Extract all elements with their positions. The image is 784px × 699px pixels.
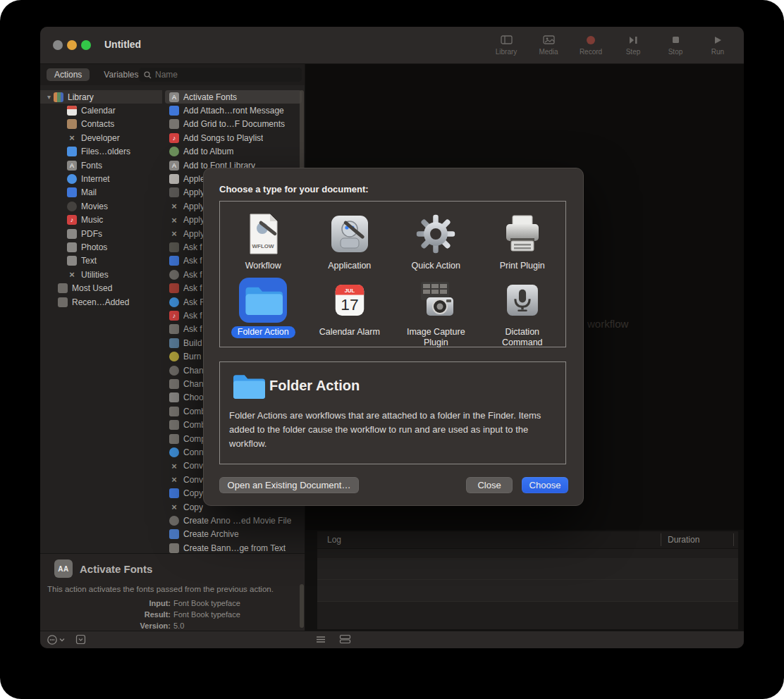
- conv-icon: ×: [169, 461, 179, 471]
- action-item-label: Create Archive: [183, 529, 239, 539]
- titlebar[interactable]: Untitled LibraryMediaRecordStepStopRun: [40, 27, 744, 64]
- sidebar-item-label: Music: [81, 215, 103, 225]
- sidebar-item-movies[interactable]: Movies: [67, 199, 108, 213]
- action-item-label: Create Bann…ge from Text: [183, 543, 286, 553]
- action-item-label: Apply: [183, 187, 204, 197]
- build-icon: [169, 338, 179, 348]
- folderaction-icon: [239, 278, 287, 323]
- toolbar-button-library[interactable]: Library: [490, 31, 522, 56]
- action-list-item[interactable]: Add Grid to…F Documents: [169, 118, 303, 131]
- sidebar-item-contacts[interactable]: Contacts: [67, 118, 114, 131]
- toolbar-button-stop[interactable]: Stop: [659, 31, 692, 56]
- add-attach-ront-message-icon: [169, 106, 179, 116]
- sidebar-item-files-olders[interactable]: Files…olders: [67, 145, 130, 159]
- close-button[interactable]: Close: [466, 477, 513, 493]
- sidebar-item-pdfs[interactable]: PDFs: [67, 227, 102, 240]
- status-bar: [40, 631, 744, 648]
- log-column-duration: Duration: [668, 535, 699, 545]
- action-item-label: Copy: [183, 488, 203, 498]
- imagecapture-icon: [412, 278, 460, 323]
- ask-f-icon: ♪: [169, 311, 179, 321]
- sidebar-item-label: Utilities: [81, 270, 109, 280]
- comb-icon: [169, 407, 179, 416]
- choo-icon: [169, 392, 179, 402]
- document-type-image-capture-plugin[interactable]: Image Capture Plugin: [393, 272, 479, 349]
- document-type-dictation-command[interactable]: Dictation Command: [479, 272, 566, 349]
- toolbar-button-run[interactable]: Run: [702, 31, 734, 56]
- run-icon: [713, 34, 722, 46]
- sidebar-item-internet[interactable]: Internet: [67, 172, 110, 185]
- variables-menu-button[interactable]: [47, 634, 69, 645]
- sidebar-item-photos[interactable]: Photos: [67, 240, 107, 254]
- tab-actions[interactable]: Actions: [47, 68, 90, 81]
- toolbar-button-step[interactable]: Step: [617, 31, 649, 56]
- minimize-window-button[interactable]: [67, 40, 77, 50]
- action-info-title: Activate Fonts: [80, 563, 152, 575]
- toolbar-button-record[interactable]: Record: [575, 31, 607, 56]
- action-list-item[interactable]: ♪Add Songs to Playlist: [169, 131, 303, 144]
- window-title: Untitled: [104, 39, 141, 50]
- apply-icon: ×: [169, 215, 179, 225]
- field-value: 5.0: [173, 620, 184, 631]
- action-item-label: Ask f: [183, 270, 202, 280]
- action-list-item[interactable]: Create Bann…ge from Text: [169, 541, 303, 553]
- document-type-application[interactable]: Application: [307, 206, 393, 272]
- action-info-field: Result:Font Book typeface: [40, 609, 280, 620]
- list-view-toggle-icon[interactable]: [315, 634, 326, 644]
- field-label: Result:: [40, 609, 173, 620]
- sidebar-item-developer[interactable]: ×Developer: [67, 131, 120, 144]
- sidebar-item-most-used[interactable]: Most Used: [58, 282, 112, 295]
- document-type-quick-action[interactable]: Quick Action: [393, 206, 479, 272]
- sidebar-item-label: Mail: [81, 187, 97, 197]
- add-to-font-library-icon: A: [169, 161, 179, 171]
- choose-button[interactable]: Choose: [522, 477, 568, 493]
- sidebar-item-calendar[interactable]: Calendar: [67, 104, 116, 117]
- document-type-label: Dictation Command: [479, 326, 566, 349]
- action-item-label: Apply: [183, 215, 204, 225]
- action-list-item[interactable]: Create Anno …ed Movie File: [169, 514, 303, 527]
- info-scrollbar[interactable]: [300, 584, 304, 628]
- action-item-label: Build: [183, 338, 202, 348]
- activate-fonts-icon: A: [169, 92, 179, 102]
- action-list-item[interactable]: Create Archive: [169, 528, 303, 541]
- sidebar-item-mail[interactable]: Mail: [67, 186, 97, 199]
- document-type-print-plugin[interactable]: Print Plugin: [479, 206, 566, 272]
- action-item-label: Conv: [183, 475, 203, 485]
- apple-icon: [169, 174, 179, 184]
- burn-icon: [169, 352, 179, 361]
- action-list-item[interactable]: AActivate Fonts: [169, 90, 303, 104]
- document-type-folder-action[interactable]: Folder Action: [220, 272, 307, 349]
- actions-scrollbar[interactable]: [300, 90, 304, 172]
- sidebar-item-text[interactable]: Text: [67, 254, 97, 268]
- chevron-down-icon[interactable]: ▾: [47, 93, 51, 101]
- action-list-item[interactable]: Add Attach…ront Message: [169, 104, 303, 117]
- open-existing-document-button[interactable]: Open an Existing Document…: [219, 477, 359, 493]
- panel-collapse-button[interactable]: [75, 634, 86, 645]
- search-input[interactable]: Name: [139, 68, 302, 82]
- sidebar-item-library[interactable]: ▾Library: [47, 90, 94, 104]
- sidebar-item-recen-added[interactable]: Recen…Added: [58, 295, 129, 309]
- sidebar-item-music[interactable]: ♪Music: [67, 214, 103, 227]
- document-type-calendar-alarm[interactable]: JUL17Calendar Alarm: [307, 272, 393, 349]
- log-table: Log Duration: [317, 531, 738, 629]
- automator-window: Untitled LibraryMediaRecordStepStopRun A…: [40, 27, 744, 648]
- toolbar-button-label: Run: [711, 48, 724, 56]
- zoom-window-button[interactable]: [81, 40, 91, 50]
- search-placeholder: Name: [155, 70, 178, 80]
- toolbar-button-media[interactable]: Media: [532, 31, 565, 56]
- document-type-label: Quick Action: [405, 260, 467, 272]
- choose-document-type-dialog: Choose a type for your document: WFLOWWo…: [203, 168, 584, 506]
- step-icon: [629, 34, 638, 46]
- sidebar-item-fonts[interactable]: AFonts: [67, 159, 102, 172]
- add-to-album-icon: [169, 147, 179, 156]
- library-icon: [54, 92, 63, 102]
- sidebar-item-label: Calendar: [81, 106, 116, 116]
- sidebar-item-utilities[interactable]: ×Utilities: [67, 268, 109, 281]
- action-item-label: Add Attach…ront Message: [183, 106, 284, 116]
- calendaralarm-icon: JUL17: [326, 278, 374, 323]
- action-list-item[interactable]: Add to Album: [169, 145, 303, 159]
- close-window-button[interactable]: [53, 40, 63, 50]
- document-type-label: Application: [321, 260, 377, 272]
- log-panel-toggle-icon[interactable]: [339, 634, 351, 644]
- document-type-workflow[interactable]: WFLOWWorkflow: [220, 206, 307, 272]
